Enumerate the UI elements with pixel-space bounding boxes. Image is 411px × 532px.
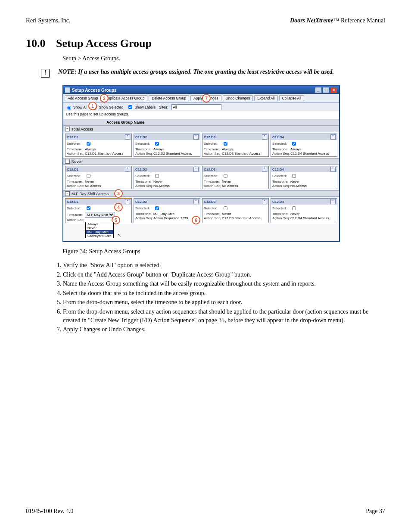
collapse-all-button[interactable]: Collapse All xyxy=(279,95,304,101)
door-title[interactable]: C12.D2˄ xyxy=(134,166,200,172)
close-button[interactable]: × xyxy=(330,87,337,93)
timezone-label: Timezone: xyxy=(135,212,153,216)
group-name: Never xyxy=(72,159,82,164)
selected-label: Selected: xyxy=(272,142,290,146)
selected-checkbox[interactable] xyxy=(87,206,90,210)
selected-checkbox[interactable] xyxy=(292,142,296,146)
minimize-button[interactable]: _ xyxy=(315,87,322,93)
door-title[interactable]: C12.D1˄ xyxy=(65,134,131,140)
add-access-group-button[interactable]: Add Access Group xyxy=(65,95,101,101)
selected-label: Selected: xyxy=(204,142,222,146)
actionseq-label: Action Seq: xyxy=(204,216,222,220)
selected-checkbox[interactable] xyxy=(224,174,227,178)
sites-label: Sites: xyxy=(159,105,168,109)
door-row: C12.D1˄Selected:Timezone:M-F Day ShiftAc… xyxy=(63,197,339,241)
dropdown-option[interactable]: Graveyard Shift xyxy=(86,234,113,238)
dropdown-option[interactable]: M-F Day Shift xyxy=(86,230,113,234)
chevron-up-icon[interactable]: ˄ xyxy=(193,199,199,204)
manual-title: Doors NetXtreme™ Reference Manual xyxy=(290,17,385,24)
door-title[interactable]: C12.D1˄ xyxy=(65,199,131,205)
door-title[interactable]: C12.D1˄ xyxy=(65,166,131,172)
collapse-icon[interactable]: − xyxy=(65,127,70,131)
timezone-label: Timezone: xyxy=(272,147,290,151)
duplicate-access-group-button[interactable]: Duplicate Access Group xyxy=(102,95,147,101)
window-controls: _ □ × xyxy=(315,87,337,93)
group-header[interactable]: −M-F Day Shift Access xyxy=(63,190,339,197)
dropdown-option[interactable]: Never xyxy=(86,226,113,230)
door-title[interactable]: C12.D2˄ xyxy=(134,199,200,205)
door-title[interactable]: C12.D2˄ xyxy=(134,134,200,140)
show-all-radio[interactable]: Show All xyxy=(65,105,87,110)
timezone-value: Never xyxy=(153,180,162,184)
sites-select[interactable] xyxy=(171,104,221,110)
collapse-icon[interactable]: − xyxy=(65,159,70,164)
step-item: Verify the "Show All" option is selected… xyxy=(63,261,385,270)
selected-checkbox[interactable] xyxy=(155,206,159,210)
chevron-up-icon[interactable]: ˄ xyxy=(125,167,130,172)
actionseq-value: C12.D3 Standard Access xyxy=(222,216,267,220)
door-card: C12.D1˄Selected:Timezone:NeverAction Seq… xyxy=(65,166,132,189)
door-title[interactable]: C12.D4˄ xyxy=(271,134,337,140)
chevron-up-icon[interactable]: ˄ xyxy=(330,134,336,140)
actionseq-value: C12.D4 Standard Access xyxy=(290,152,336,156)
maximize-button[interactable]: □ xyxy=(323,87,330,93)
selected-label: Selected: xyxy=(67,142,85,146)
group-header[interactable]: −Never xyxy=(63,158,339,165)
collapse-icon[interactable]: − xyxy=(65,191,70,196)
selected-checkbox[interactable] xyxy=(224,206,227,210)
chevron-up-icon[interactable]: ˄ xyxy=(125,134,130,140)
selected-checkbox[interactable] xyxy=(87,174,90,178)
door-title[interactable]: C12.D3˄ xyxy=(202,199,268,205)
step-item: From the drop-down menu, select any acti… xyxy=(63,308,385,324)
dropdown-option[interactable]: Always xyxy=(86,222,113,226)
chevron-up-icon[interactable]: ˄ xyxy=(330,167,336,172)
selected-checkbox[interactable] xyxy=(87,142,90,146)
section-title: Setup Access Group xyxy=(56,37,152,50)
chevron-up-icon[interactable]: ˄ xyxy=(330,199,336,204)
actionseq-label: Action Seq: xyxy=(135,216,153,220)
chevron-up-icon[interactable]: ˄ xyxy=(193,167,199,172)
selected-checkbox[interactable] xyxy=(292,206,296,210)
door-card: C12.D3˄Selected:Timezone:AlwaysAction Se… xyxy=(202,134,269,157)
expand-all-button[interactable]: Expand All xyxy=(254,95,277,101)
section-heading: 10.0Setup Access Group xyxy=(26,37,385,50)
actionseq-label: Action Seq: xyxy=(67,184,85,188)
selected-checkbox[interactable] xyxy=(155,142,159,146)
chevron-up-icon[interactable]: ˄ xyxy=(262,167,267,172)
selected-checkbox[interactable] xyxy=(155,174,159,178)
door-card: C12.D2˄Selected:Timezone:NeverAction Seq… xyxy=(134,166,200,189)
timezone-value: Always xyxy=(85,147,96,151)
door-title[interactable]: C12.D4˄ xyxy=(271,199,337,205)
door-card: C12.D3˄Selected:Timezone:NeverAction Seq… xyxy=(202,166,269,189)
chevron-up-icon[interactable]: ˄ xyxy=(125,199,130,204)
timezone-label: Timezone: xyxy=(204,212,222,216)
titlebar: Setup Access Groups _ □ × xyxy=(63,86,339,94)
door-card: C12.D2˄Selected:Timezone:AlwaysAction Se… xyxy=(134,134,200,157)
door-card: C12.D1˄Selected:Timezone:M-F Day ShiftAc… xyxy=(65,198,132,223)
actionseq-label: Action Seq: xyxy=(135,184,153,188)
show-labels-checkbox[interactable]: Show Labels xyxy=(127,104,156,110)
doc-rev: 01945-100 Rev. 4.0 xyxy=(26,508,73,515)
door-title[interactable]: C12.D3˄ xyxy=(202,134,268,140)
delete-access-group-button[interactable]: Delete Access Group xyxy=(149,95,189,101)
door-title[interactable]: C12.D3˄ xyxy=(202,166,268,172)
selected-checkbox[interactable] xyxy=(292,174,296,178)
timezone-value: Never xyxy=(222,212,231,216)
group-header[interactable]: −Total Access xyxy=(63,126,339,132)
chevron-up-icon[interactable]: ˄ xyxy=(262,199,267,204)
selected-label: Selected: xyxy=(204,206,222,210)
selected-label: Selected: xyxy=(204,174,222,178)
undo-changes-button[interactable]: Undo Changes xyxy=(223,95,253,101)
group-name: M-F Day Shift Access xyxy=(72,192,109,196)
chevron-up-icon[interactable]: ˄ xyxy=(262,134,267,140)
door-title[interactable]: C12.D4˄ xyxy=(271,166,337,172)
selected-checkbox[interactable] xyxy=(224,142,227,146)
timezone-dropdown-list[interactable]: AlwaysNeverM-F Day ShiftGraveyard Shift xyxy=(85,222,114,238)
actionseq-value: No Access xyxy=(153,184,199,188)
timezone-select[interactable]: M-F Day Shift xyxy=(85,212,115,218)
note-block: NOTE: If a user has multiple access grou… xyxy=(41,68,385,78)
step-item: Name the Access Group something that wil… xyxy=(63,280,385,288)
chevron-up-icon[interactable]: ˄ xyxy=(193,134,199,140)
actionseq-value: No Access xyxy=(85,184,130,188)
actionseq-value: No Access xyxy=(222,184,267,188)
